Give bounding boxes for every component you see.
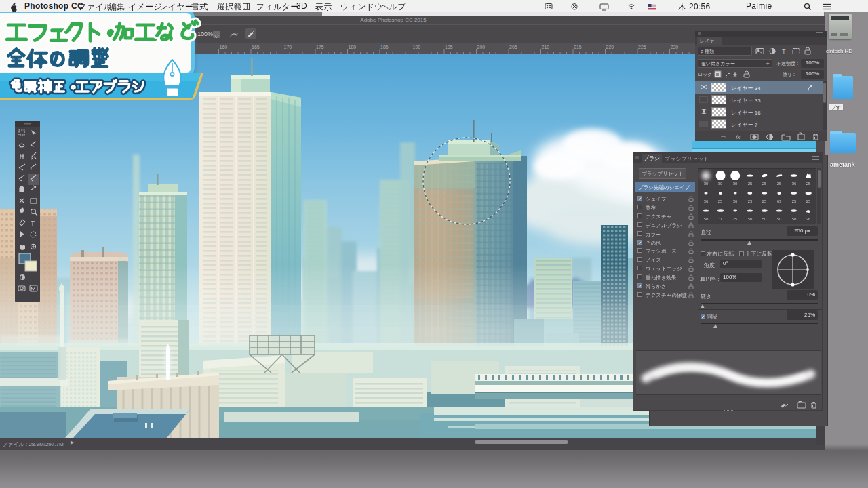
- svg-text:180: 180: [349, 45, 357, 49]
- svg-text:50: 50: [762, 217, 767, 221]
- svg-text:25: 25: [762, 199, 767, 203]
- svg-text:T: T: [31, 220, 35, 228]
- svg-text:⊷: ⊷: [721, 134, 726, 140]
- svg-text:50: 50: [792, 217, 797, 221]
- svg-text:50: 50: [704, 217, 709, 221]
- svg-text:50: 50: [748, 217, 753, 221]
- svg-text:36: 36: [704, 199, 709, 203]
- svg-text:30: 30: [704, 182, 709, 186]
- svg-text:215: 215: [574, 45, 582, 49]
- svg-text:25: 25: [718, 199, 723, 203]
- svg-text:225: 225: [638, 45, 646, 49]
- svg-text:220: 220: [606, 45, 614, 49]
- svg-text:36: 36: [792, 182, 797, 186]
- svg-text:30: 30: [718, 182, 723, 186]
- svg-text:63: 63: [777, 199, 782, 203]
- svg-text:230: 230: [671, 45, 679, 49]
- svg-text:23: 23: [748, 199, 753, 203]
- svg-text:195: 195: [445, 45, 453, 49]
- svg-text:25: 25: [792, 199, 797, 203]
- svg-text:36: 36: [806, 217, 811, 221]
- svg-text:T: T: [782, 48, 786, 55]
- svg-text:210: 210: [542, 45, 550, 49]
- svg-text:205: 205: [509, 45, 517, 49]
- svg-text:25: 25: [806, 182, 811, 186]
- svg-text:165: 165: [252, 45, 260, 49]
- svg-text:200: 200: [477, 45, 486, 49]
- svg-text:25: 25: [733, 217, 738, 221]
- svg-text:25: 25: [762, 182, 767, 186]
- svg-text:185: 185: [380, 45, 389, 49]
- svg-text:170: 170: [284, 45, 292, 49]
- svg-text:25: 25: [777, 182, 782, 186]
- svg-text:50: 50: [777, 217, 782, 221]
- svg-text:25: 25: [748, 182, 753, 186]
- svg-text:190: 190: [413, 45, 421, 49]
- svg-text:fx: fx: [736, 134, 741, 140]
- svg-text:36: 36: [733, 199, 738, 203]
- svg-text:160: 160: [220, 45, 228, 49]
- svg-text:25: 25: [806, 199, 811, 203]
- svg-text:30: 30: [733, 182, 738, 186]
- svg-text:71: 71: [718, 217, 723, 221]
- svg-text:175: 175: [316, 45, 324, 49]
